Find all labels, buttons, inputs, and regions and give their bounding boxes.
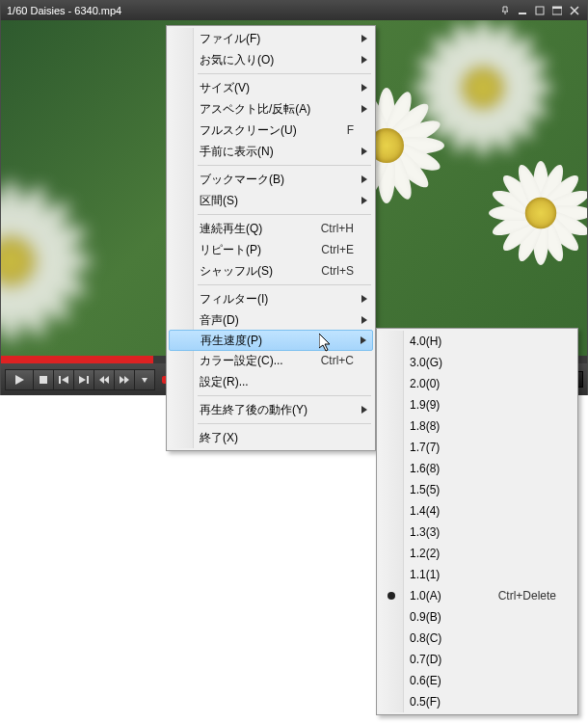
speed-menu-item[interactable]: 1.6(8) xyxy=(379,458,575,479)
menu-item-label: 1.7(7) xyxy=(410,441,556,454)
menu-item-label: 0.6(E) xyxy=(410,674,556,687)
speed-menu-item[interactable]: 1.7(7) xyxy=(379,437,575,458)
menu-item-accel: Ctrl+S xyxy=(321,264,354,278)
speed-menu-item[interactable]: 0.7(D) xyxy=(379,649,575,670)
menu-item[interactable]: ブックマーク(B) xyxy=(169,169,373,190)
speed-menu-item[interactable]: 3.0(G) xyxy=(379,352,575,373)
close-icon[interactable] xyxy=(566,4,583,17)
speed-menu-item[interactable]: 1.3(3) xyxy=(379,522,575,543)
playback-speed-submenu: 4.0(H)3.0(G)2.0(0)1.9(9)1.8(8)1.7(7)1.6(… xyxy=(376,328,578,715)
menu-item[interactable]: カラー設定(C)...Ctrl+C xyxy=(169,350,373,371)
menu-item-label: 3.0(G) xyxy=(410,356,556,369)
menu-item[interactable]: シャッフル(S)Ctrl+S xyxy=(169,260,373,281)
menu-item-label: シャッフル(S) xyxy=(200,263,309,280)
play-button[interactable] xyxy=(5,369,34,390)
svg-rect-0 xyxy=(519,13,526,14)
menu-item-label: アスペクト比/反転(A) xyxy=(200,101,354,118)
menu-item-accel: F xyxy=(347,123,354,137)
menu-item-label: 1.6(8) xyxy=(410,462,556,475)
menu-item[interactable]: フィルター(I) xyxy=(169,288,373,309)
menu-item[interactable]: 設定(R)... xyxy=(169,371,373,392)
submenu-arrow-icon xyxy=(361,84,367,92)
menu-item[interactable]: 再生終了後の動作(Y) xyxy=(169,399,373,420)
speed-menu-item[interactable]: 0.5(F) xyxy=(379,691,575,712)
menu-item[interactable]: 再生速度(P) xyxy=(169,330,373,351)
menu-item-label: ブックマーク(B) xyxy=(200,172,354,188)
seek-progress xyxy=(1,356,153,363)
menu-item-label: 1.1(1) xyxy=(410,568,556,581)
menu-item-label: 0.9(B) xyxy=(410,610,556,624)
menu-item[interactable]: 区間(S) xyxy=(169,190,373,211)
submenu-arrow-icon xyxy=(361,295,367,303)
speed-menu-item[interactable]: 1.0(A)Ctrl+Delete xyxy=(379,585,575,606)
speed-menu-item[interactable]: 1.2(2) xyxy=(379,543,575,564)
svg-rect-3 xyxy=(552,7,562,9)
submenu-arrow-icon xyxy=(361,56,367,64)
speed-menu-item[interactable]: 0.6(E) xyxy=(379,670,575,691)
speed-menu-item[interactable]: 2.0(0) xyxy=(379,373,575,394)
menu-item-label: 手前に表示(N) xyxy=(200,144,354,160)
menu-item-label: 連続再生(Q) xyxy=(200,221,309,237)
menu-item-accel: Ctrl+C xyxy=(321,354,354,367)
context-menu: ファイル(F)お気に入り(O)サイズ(V)アスペクト比/反転(A)フルスクリーン… xyxy=(166,25,376,451)
menu-item-label: リピート(P) xyxy=(200,242,309,258)
menu-item[interactable]: お気に入り(O) xyxy=(169,49,373,70)
menu-item-label: 1.2(2) xyxy=(410,547,556,560)
prev-button[interactable] xyxy=(53,369,74,390)
menu-item-label: 1.0(A) xyxy=(410,589,487,602)
svg-rect-5 xyxy=(59,376,61,384)
speed-menu-item[interactable]: 1.8(8) xyxy=(379,415,575,437)
menu-item[interactable]: サイズ(V) xyxy=(169,77,373,98)
menu-item-label: フィルター(I) xyxy=(200,291,354,308)
speed-menu-item[interactable]: 0.8(C) xyxy=(379,628,575,649)
next-button[interactable] xyxy=(73,369,94,390)
titlebar[interactable]: 1/60 Daisies - 6340.mp4 xyxy=(1,1,587,20)
speed-menu-item[interactable]: 4.0(H) xyxy=(379,331,575,352)
submenu-arrow-icon xyxy=(361,197,367,204)
maximize-icon[interactable] xyxy=(531,4,548,17)
fullscreen-icon[interactable] xyxy=(548,4,566,17)
speed-menu-item[interactable]: 1.9(9) xyxy=(379,394,575,415)
menu-item[interactable]: 音声(D) xyxy=(169,309,373,331)
menu-item[interactable]: ファイル(F) xyxy=(169,28,373,49)
svg-rect-4 xyxy=(40,376,47,384)
menu-item-label: 終了(X) xyxy=(200,430,354,446)
pin-icon[interactable] xyxy=(496,4,514,17)
menu-item-label: 再生終了後の動作(Y) xyxy=(200,402,354,418)
menu-item-label: 1.8(8) xyxy=(410,419,556,433)
stop-button[interactable] xyxy=(33,369,54,390)
submenu-arrow-icon xyxy=(361,336,366,344)
menu-item[interactable]: フルスクリーン(U)F xyxy=(169,120,373,141)
menu-item-label: 音声(D) xyxy=(200,312,354,329)
menu-item-label: 1.5(5) xyxy=(410,483,556,496)
svg-rect-6 xyxy=(87,376,89,384)
submenu-arrow-icon xyxy=(361,35,367,42)
menu-item[interactable]: アスペクト比/反転(A) xyxy=(169,98,373,120)
menu-item-label: ファイル(F) xyxy=(200,31,354,47)
svg-rect-1 xyxy=(536,7,544,14)
submenu-arrow-icon xyxy=(361,175,367,183)
menu-button[interactable] xyxy=(134,369,155,390)
menu-item-label: 0.5(F) xyxy=(410,695,556,709)
submenu-arrow-icon xyxy=(361,406,367,414)
minimize-icon[interactable] xyxy=(514,4,531,17)
menu-item-label: 設定(R)... xyxy=(200,374,354,390)
speed-menu-item[interactable]: 1.1(1) xyxy=(379,564,575,585)
menu-item[interactable]: リピート(P)Ctrl+E xyxy=(169,239,373,260)
fast-forward-button[interactable] xyxy=(114,369,135,390)
speed-menu-item[interactable]: 1.4(4) xyxy=(379,500,575,522)
window-title: 1/60 Daisies - 6340.mp4 xyxy=(5,5,496,16)
rewind-button[interactable] xyxy=(94,369,115,390)
menu-item[interactable]: 終了(X) xyxy=(169,427,373,448)
menu-item[interactable]: 連続再生(Q)Ctrl+H xyxy=(169,218,373,239)
speed-menu-item[interactable]: 1.5(5) xyxy=(379,479,575,500)
menu-item-label: 1.9(9) xyxy=(410,398,556,412)
menu-item-label: 1.3(3) xyxy=(410,525,556,539)
menu-item[interactable]: 手前に表示(N) xyxy=(169,141,373,162)
window-buttons xyxy=(496,4,583,17)
menu-item-label: 0.7(D) xyxy=(410,653,556,666)
submenu-arrow-icon xyxy=(361,147,367,155)
menu-item-label: サイズ(V) xyxy=(200,80,354,96)
menu-item-label: 1.4(4) xyxy=(410,504,556,518)
speed-menu-item[interactable]: 0.9(B) xyxy=(379,606,575,628)
